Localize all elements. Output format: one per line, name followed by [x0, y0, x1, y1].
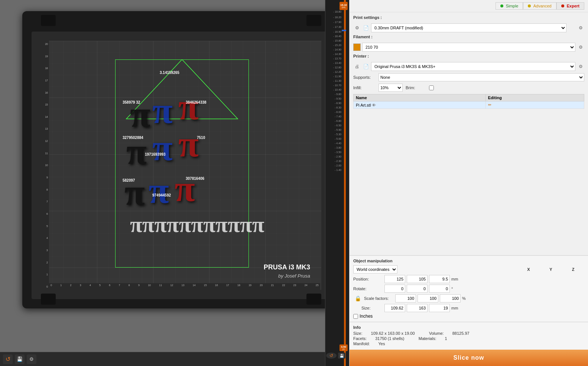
print-settings-select[interactable]: 0.30mm DRAFT (modified) [371, 23, 566, 32]
scale-unit: % [462, 296, 471, 301]
settings-button[interactable]: ⚙ [27, 354, 36, 364]
infill-select[interactable]: 10% [379, 84, 403, 92]
scale-x-input[interactable] [395, 294, 416, 302]
scale-z-input[interactable] [440, 294, 461, 302]
pi-number-5: 7510 [197, 136, 205, 140]
pi-number-3: 3846264338 [186, 100, 207, 104]
size-unit: mm [451, 306, 461, 310]
advanced-label: Advanced [533, 4, 552, 8]
ruler-left-20: 20 [41, 43, 49, 45]
scale-label: Scale factors: [364, 296, 394, 301]
simple-dot [500, 4, 503, 7]
prusa-sub: by Josef Prusa [278, 273, 310, 279]
advanced-dot [528, 4, 531, 7]
rotate-y-input[interactable] [407, 285, 428, 293]
coord-system-select[interactable]: World coordinates [353, 265, 397, 273]
size-x-input[interactable] [384, 304, 405, 312]
simple-mode-button[interactable]: Simple [496, 2, 523, 10]
position-y-input[interactable] [407, 275, 428, 283]
object-name-cell: Pi Art.stl 👁 [354, 101, 486, 109]
info-size-value: 109.62 x 163.00 x 19.00 [371, 331, 415, 336]
print-settings-select-row: ⚙ 📄 0.30mm DRAFT (modified) ⚙ [353, 23, 584, 32]
printer-file-icon: 📄 [362, 63, 370, 70]
print-settings-row: Print settings : [353, 15, 584, 21]
position-unit: mm [451, 277, 461, 281]
pi-number-7: 582097 [123, 178, 135, 182]
supports-select[interactable]: None [379, 73, 584, 81]
brim-checkbox[interactable] [429, 85, 434, 90]
manipulation-title: Object manipulation [353, 259, 584, 263]
spacer [353, 109, 584, 168]
save-button[interactable]: 💾 [15, 354, 25, 364]
info-volume-value: 88125.97 [452, 331, 470, 336]
size-y-input[interactable] [407, 304, 428, 312]
position-row: Position: mm [353, 275, 584, 283]
size-row: Size: mm [353, 304, 584, 312]
table-row[interactable]: Pi Art.stl 👁 ✏ [354, 101, 584, 109]
object-editing-cell: ✏ [485, 101, 584, 109]
inches-row: Inches [353, 314, 584, 319]
info-volume-label: Volume: [429, 331, 444, 336]
printer-label: Printer : [353, 54, 369, 58]
print-settings-gear-icon[interactable]: ⚙ [353, 24, 361, 32]
size-label: Size: [353, 306, 383, 310]
inches-label: Inches [360, 314, 373, 319]
eye-icon[interactable]: 👁 [372, 103, 376, 107]
filament-select-row: 210 70 ⚙ [353, 43, 584, 52]
info-size-row: Size: 109.62 x 163.00 x 19.00 Volume: 88… [353, 331, 584, 336]
size-z-input[interactable] [429, 304, 450, 312]
col-editing: Editing [485, 94, 584, 101]
y-label: Y [540, 267, 562, 272]
object-table: Name Editing Pi Art.stl 👁 ✏ [353, 94, 584, 109]
simple-label: Simple [506, 4, 519, 8]
expert-mode-button[interactable]: Expert [556, 2, 584, 10]
pi-blue-1: π [152, 89, 173, 132]
brim-label: Brim: [406, 85, 428, 90]
filament-gear-icon[interactable]: ⚙ [577, 43, 584, 51]
save-view-btn[interactable]: 💾 [338, 353, 345, 359]
pi-blue-2: π [152, 126, 173, 169]
info-manifold-value: Yes [379, 341, 385, 346]
viewport[interactable]: 20 19 18 17 16 15 14 13 12 11 10 9 8 7 6… [0, 0, 349, 366]
rotate-z-input[interactable] [429, 285, 450, 293]
pi-number-9: 974944592 [152, 193, 171, 197]
edit-icon[interactable]: ✏ [488, 103, 491, 107]
undo-button[interactable]: ↺ [3, 354, 13, 364]
rotate-view-btn[interactable]: ↺ [326, 353, 337, 359]
pi-blue-3: π [149, 169, 169, 212]
info-title: Info [353, 325, 584, 330]
pi-red-2: π [178, 123, 199, 165]
rotate-x-input[interactable] [384, 285, 405, 293]
pi-red-3: π [175, 167, 195, 210]
inches-checkbox[interactable] [353, 314, 358, 319]
settings-section: Print settings : ⚙ 📄 0.30mm DRAFT (modif… [350, 12, 588, 255]
scale-y-input[interactable] [418, 294, 438, 302]
printer-select-row: 🖨 📄 Original Prusa i3 MK3S & MK3S+ ⚙ [353, 62, 584, 71]
print-settings-gear2-icon[interactable]: ⚙ [577, 24, 584, 32]
info-facets-label: Facets: [353, 336, 367, 341]
position-z-input[interactable] [429, 275, 450, 283]
pi-black-1: π [130, 93, 150, 136]
info-size-label: Size: [353, 331, 362, 336]
pi-model: π π π π π π π π π πππππππππππ 3.14159265… [123, 71, 245, 264]
filament-color-swatch[interactable] [353, 43, 361, 51]
rotate-row: Rotate: ° [353, 285, 584, 293]
position-x-input[interactable] [384, 275, 405, 283]
infill-label: Infill: [353, 85, 376, 90]
printer-gear-icon[interactable]: ⚙ [577, 63, 584, 70]
print-settings-file-icon: 📄 [362, 24, 370, 32]
z-label: Z [562, 267, 584, 272]
height-bottom-indicator: 0.50 (2) [340, 344, 348, 351]
expert-dot [561, 4, 564, 7]
advanced-mode-button[interactable]: Advanced [523, 2, 556, 10]
filament-select[interactable]: 210 70 [362, 43, 575, 52]
info-manifold-row: Manifold: Yes [353, 341, 584, 346]
info-materials-value: 1 [445, 336, 447, 341]
printer-select[interactable]: Original Prusa i3 MK3S & MK3S+ [371, 62, 575, 71]
filament-label-row: Filament : [353, 35, 584, 41]
lock-icon[interactable]: 🔒 [353, 295, 363, 301]
slice-button[interactable]: Slice now [350, 350, 588, 366]
scale-row: 🔒 Scale factors: % [353, 294, 584, 302]
pi-number-1: 3.14159265 [160, 71, 179, 75]
filament-label: Filament : [353, 35, 373, 39]
